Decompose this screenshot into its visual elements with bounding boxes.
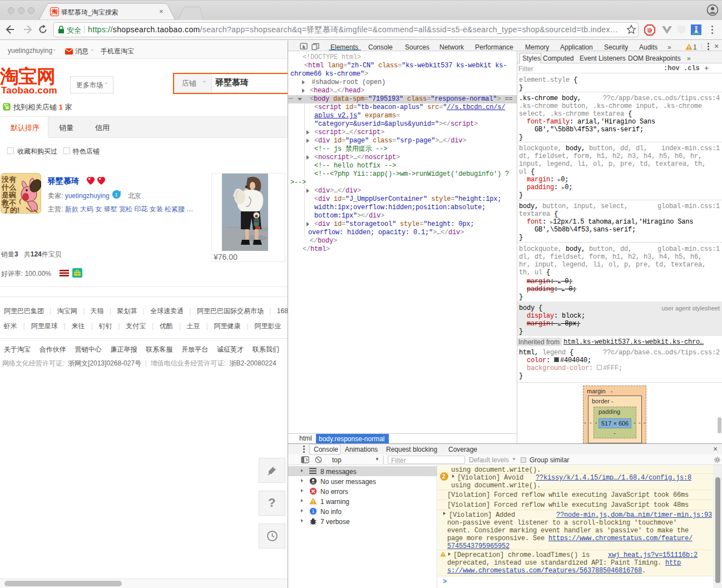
svg-text:了的!: 了的!: [3, 206, 19, 214]
svg-text:是碗: 是碗: [1, 191, 16, 199]
svg-text:什么: 什么: [1, 183, 17, 191]
svg-text:1: 1: [115, 192, 118, 197]
svg-text:没有: 没有: [1, 175, 17, 184]
